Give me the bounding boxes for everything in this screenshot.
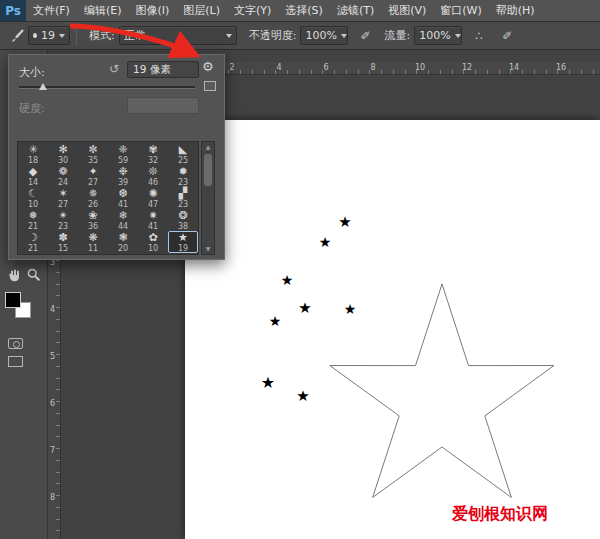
brush-preset[interactable]: ❄44	[108, 209, 138, 231]
photoshop-logo: Ps	[0, 0, 26, 21]
brush-preset[interactable]: ❁24	[48, 165, 78, 187]
brush-preset-size: 35	[88, 156, 98, 165]
brush-preset-icon: ❋	[88, 232, 97, 244]
menu-item[interactable]: 编辑(E)	[77, 0, 129, 21]
menu-item[interactable]: 图像(I)	[128, 0, 176, 21]
brush-preset-size: 24	[58, 178, 68, 187]
menu-item[interactable]: 视图(V)	[381, 0, 433, 21]
brush-preset-size: 46	[148, 178, 158, 187]
brush-preset-dropdown[interactable]: 19	[28, 26, 70, 45]
brush-preset[interactable]: ✶27	[48, 187, 78, 209]
screen-mode-button[interactable]	[8, 356, 23, 367]
scroll-up-icon[interactable]: ▲	[206, 142, 211, 152]
brush-preset[interactable]: ✺47	[138, 187, 168, 209]
brush-preset-icon: ✼	[88, 144, 97, 156]
brush-preset-size: 41	[148, 222, 158, 231]
mode-label: 模式:	[89, 28, 115, 43]
brush-preset[interactable]: ◆14	[18, 165, 48, 187]
painted-star: ★	[298, 301, 311, 316]
brush-preset[interactable]: ✳18	[18, 143, 48, 165]
painted-star: ★	[338, 215, 351, 230]
ruler-number: 4	[50, 305, 55, 314]
brush-preset[interactable]: ▞23	[168, 187, 198, 209]
brush-preset-size: 18	[28, 156, 38, 165]
pen-pressure-size-icon[interactable]: ✐	[496, 26, 518, 46]
zoom-tool[interactable]	[25, 266, 43, 284]
brush-preset[interactable]: ✿10	[138, 231, 168, 253]
mode-select[interactable]: 正常	[119, 26, 237, 45]
quick-mask-button[interactable]	[8, 338, 23, 349]
brush-preset-icon: ★	[178, 232, 188, 244]
menu-item[interactable]: 文件(F)	[26, 0, 77, 21]
brush-preset[interactable]: ❊46	[138, 165, 168, 187]
brush-preset-icon: ❉	[118, 166, 127, 178]
brush-preset[interactable]: ❆41	[108, 187, 138, 209]
menu-item[interactable]: 滤镜(T)	[330, 0, 381, 21]
menu-item[interactable]: 文字(Y)	[227, 0, 278, 21]
menu-item[interactable]: 图层(L)	[176, 0, 227, 21]
hand-tool[interactable]	[5, 266, 23, 284]
brush-preset[interactable]: ✼35	[78, 143, 108, 165]
brush-preset[interactable]: ✦27	[78, 165, 108, 187]
brush-preset[interactable]: ☽21	[18, 231, 48, 253]
foreground-color-swatch[interactable]	[5, 292, 21, 308]
flow-select[interactable]: 100%	[414, 26, 462, 45]
brush-preset[interactable]: ✷41	[138, 209, 168, 231]
brush-preset-icon: ✿	[148, 232, 157, 244]
reset-icon[interactable]: ↺	[109, 62, 119, 76]
brush-preset-size: 10	[28, 200, 38, 209]
brush-preset[interactable]: ◣25	[168, 143, 198, 165]
magnifier-icon	[26, 267, 42, 283]
painted-star: ★	[269, 314, 282, 328]
brush-preset[interactable]: ☾10	[18, 187, 48, 209]
brush-preset-icon: ❈	[118, 144, 127, 156]
airbrush-icon[interactable]: ∴	[468, 26, 490, 46]
brush-preset-icon: ✵	[88, 188, 97, 200]
brush-preset[interactable]: ✵26	[78, 187, 108, 209]
canvas[interactable]: 爱刨根知识网 ★★★★★★★★	[185, 120, 600, 539]
opacity-select[interactable]: 100%	[300, 26, 348, 45]
menu-item[interactable]: 帮助(H)	[489, 0, 542, 21]
brush-preset[interactable]: ❂38	[168, 209, 198, 231]
size-field[interactable]: 19 像素	[127, 61, 199, 78]
scroll-down-icon[interactable]: ▼	[206, 244, 211, 254]
brush-preset-size: 23	[178, 200, 188, 209]
brush-preset[interactable]: ❉39	[108, 165, 138, 187]
brush-preset-size: 27	[58, 200, 68, 209]
brush-preset[interactable]: ❈59	[108, 143, 138, 165]
painted-star: ★	[319, 235, 332, 249]
gear-icon[interactable]: ⚙	[202, 59, 214, 74]
brush-preset[interactable]: ✾32	[138, 143, 168, 165]
brush-tool-icon[interactable]	[6, 26, 28, 46]
brush-preset-size: 38	[178, 222, 188, 231]
brush-preset-size: 11	[88, 244, 98, 253]
scrollbar[interactable]: ▲ ▼	[201, 141, 215, 255]
brush-preset[interactable]: ✴23	[48, 209, 78, 231]
brush-preset-icon: ✹	[178, 166, 187, 178]
brush-preset[interactable]: ❅21	[18, 209, 48, 231]
menu-item[interactable]: 窗口(W)	[433, 0, 488, 21]
size-label: 大小:	[19, 65, 45, 80]
brush-preset[interactable]: ✽15	[48, 231, 78, 253]
color-swatches	[5, 292, 32, 319]
ruler-number: 7	[50, 446, 55, 455]
ruler-number: 6	[50, 399, 55, 408]
brush-preset[interactable]: ✻30	[48, 143, 78, 165]
brush-preset-size: 27	[88, 178, 98, 187]
brush-preset[interactable]: ✹23	[168, 165, 198, 187]
scrollbar-thumb[interactable]	[204, 154, 212, 186]
chevron-down-icon	[455, 34, 461, 38]
brush-preset-icon: ❄	[118, 210, 127, 222]
new-brush-icon[interactable]	[204, 81, 216, 91]
slider-thumb[interactable]	[39, 83, 47, 90]
painted-star: ★	[281, 273, 294, 287]
brush-preset[interactable]: ❃20	[108, 231, 138, 253]
menu-item[interactable]: 选择(S)	[278, 0, 330, 21]
size-slider[interactable]	[19, 86, 195, 89]
brush-preset[interactable]: ★19	[168, 231, 198, 253]
brush-preset-size: 47	[148, 200, 158, 209]
brush-preset[interactable]: ❀36	[78, 209, 108, 231]
pen-pressure-opacity-icon[interactable]: ✐	[354, 26, 376, 46]
brush-preset[interactable]: ❋11	[78, 231, 108, 253]
brush-preset-panel: 大小: ↺ 19 像素 ⚙ 硬度: ✳18✻30✼35❈59✾32◣25◆14❁…	[8, 54, 225, 260]
